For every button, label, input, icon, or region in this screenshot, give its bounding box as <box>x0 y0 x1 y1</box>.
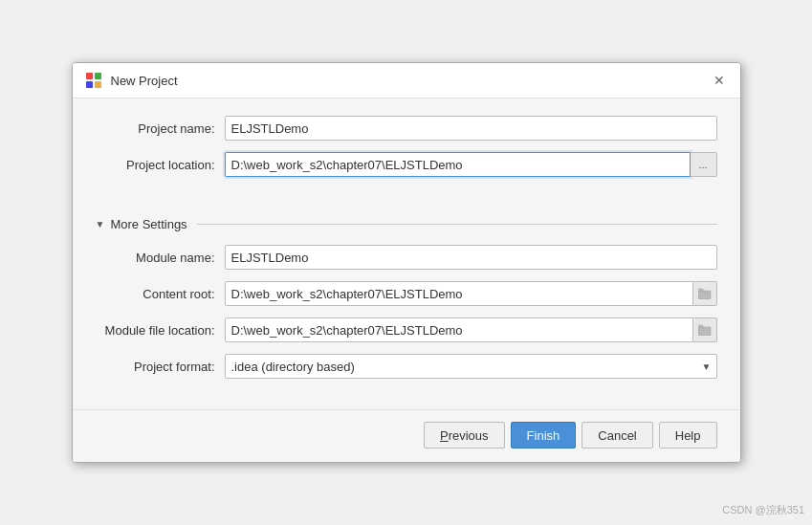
module-file-input[interactable] <box>225 317 693 342</box>
watermark: CSDN @浣秋351 <box>722 503 804 517</box>
spacer <box>96 188 717 217</box>
module-file-field <box>225 317 717 342</box>
project-name-row: Project name: <box>96 116 717 141</box>
module-name-label: Module name: <box>96 251 225 265</box>
browse-button[interactable]: ... <box>691 152 717 177</box>
svg-rect-0 <box>86 73 93 79</box>
svg-rect-1 <box>95 73 101 79</box>
project-format-row: Project format: .idea (directory based) … <box>96 354 717 379</box>
project-name-input[interactable] <box>225 116 717 141</box>
more-settings-label: More Settings <box>110 217 187 231</box>
project-format-select-wrapper: .idea (directory based) ▼ <box>225 354 717 379</box>
project-location-field: ... <box>225 152 717 177</box>
project-name-label: Project name: <box>96 121 225 136</box>
more-settings-content: Module name: Content root: <box>96 245 717 379</box>
svg-rect-7 <box>698 325 703 328</box>
svg-rect-2 <box>86 81 93 88</box>
project-location-input[interactable] <box>225 152 691 177</box>
title-bar: New Project ✕ <box>73 63 740 98</box>
previous-underline: P <box>440 428 449 443</box>
project-location-label: Project location: <box>96 158 225 172</box>
help-button[interactable]: Help <box>659 422 717 448</box>
new-project-dialog: New Project ✕ Project name: Project loca… <box>72 62 741 463</box>
content-root-input[interactable] <box>225 281 693 306</box>
svg-rect-6 <box>698 327 711 336</box>
finish-button[interactable]: Finish <box>511 422 577 448</box>
dialog-content: Project name: Project location: ... ▼ Mo… <box>73 98 740 402</box>
dialog-footer: Previous Finish Cancel Help <box>73 409 740 462</box>
module-file-browse-button[interactable] <box>693 317 717 342</box>
svg-rect-3 <box>95 81 101 88</box>
content-root-field <box>225 281 717 306</box>
svg-rect-5 <box>698 289 703 292</box>
project-format-select[interactable]: .idea (directory based) <box>225 354 717 379</box>
app-icon <box>84 71 103 90</box>
more-settings-row: ▼ More Settings <box>96 217 717 231</box>
more-settings-divider <box>197 224 717 225</box>
previous-button[interactable]: Previous <box>424 422 505 448</box>
svg-rect-4 <box>698 291 711 299</box>
module-name-row: Module name: <box>96 245 717 270</box>
project-format-label: Project format: <box>96 360 225 374</box>
cancel-button[interactable]: Cancel <box>582 422 652 448</box>
content-root-row: Content root: <box>96 281 717 306</box>
previous-label-rest: revious <box>449 428 489 443</box>
dialog-title: New Project <box>111 74 178 88</box>
module-file-label: Module file location: <box>96 323 225 338</box>
module-file-location-row: Module file location: <box>96 317 717 342</box>
content-root-browse-button[interactable] <box>693 281 717 306</box>
project-location-row: Project location: ... <box>96 152 717 177</box>
content-root-label: Content root: <box>96 287 225 301</box>
close-button[interactable]: ✕ <box>710 72 729 89</box>
more-settings-arrow-icon[interactable]: ▼ <box>96 219 105 230</box>
title-bar-left: New Project <box>84 71 178 90</box>
module-name-input[interactable] <box>225 245 717 270</box>
